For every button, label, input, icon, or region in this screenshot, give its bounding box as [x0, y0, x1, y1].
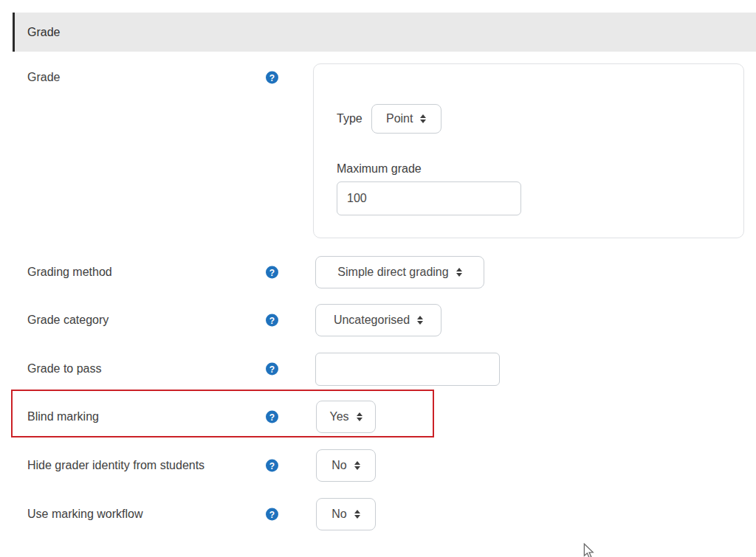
- sort-arrows-icon: [357, 412, 362, 421]
- grade-to-pass-input[interactable]: [315, 353, 500, 386]
- grade-to-pass-label: Grade to pass: [27, 362, 102, 376]
- maximum-grade-input[interactable]: [337, 181, 521, 215]
- hide-grader-identity-select[interactable]: No: [316, 449, 376, 482]
- section-title: Grade: [15, 26, 60, 39]
- sort-arrows-icon: [354, 510, 360, 519]
- form-row-grade-category: Grade category ? Uncategorised: [0, 304, 756, 336]
- use-marking-workflow-label: Use marking workflow: [27, 508, 142, 521]
- mouse-cursor-icon: [583, 543, 594, 557]
- grade-type-row: Type Point: [337, 104, 441, 134]
- grade-category-value: Uncategorised: [334, 314, 410, 327]
- blind-marking-select[interactable]: Yes: [316, 401, 376, 433]
- help-icon[interactable]: ?: [266, 508, 278, 521]
- form-row-grade-to-pass: Grade to pass ?: [0, 353, 756, 385]
- type-label: Type: [337, 112, 362, 125]
- use-marking-workflow-select[interactable]: No: [316, 498, 376, 530]
- use-marking-workflow-value: No: [331, 508, 346, 521]
- sort-arrows-icon: [417, 316, 423, 325]
- sort-arrows-icon: [456, 268, 462, 277]
- section-header-grade[interactable]: Grade: [13, 13, 756, 52]
- form-row-grading-method: Grading method ? Simple direct grading: [0, 256, 756, 288]
- form-row-hide-grader-identity: Hide grader identity from students ? No: [0, 449, 756, 482]
- hide-grader-identity-label: Hide grader identity from students: [27, 459, 205, 472]
- hide-grader-identity-value: No: [331, 459, 346, 472]
- grade-category-label: Grade category: [27, 314, 109, 327]
- grading-method-value: Simple direct grading: [337, 266, 448, 279]
- help-icon[interactable]: ?: [266, 411, 278, 423]
- blind-marking-value: Yes: [329, 410, 348, 423]
- grade-settings-screen: Grade Grade ? Type Point Maximum grade G…: [0, 0, 756, 557]
- grade-field-label: Grade: [27, 71, 60, 84]
- grade-settings-box: Type Point Maximum grade: [313, 63, 744, 238]
- form-row-use-marking-workflow: Use marking workflow ? No: [0, 498, 756, 530]
- grading-method-label: Grading method: [27, 266, 112, 279]
- help-icon[interactable]: ?: [266, 460, 278, 472]
- help-icon[interactable]: ?: [266, 266, 278, 279]
- grade-type-value: Point: [386, 112, 413, 125]
- form-row-blind-marking: Blind marking ? Yes: [0, 401, 756, 433]
- help-icon[interactable]: ?: [266, 363, 278, 376]
- blind-marking-label: Blind marking: [27, 410, 99, 423]
- help-icon[interactable]: ?: [266, 72, 278, 84]
- sort-arrows-icon: [354, 461, 360, 470]
- help-icon[interactable]: ?: [266, 314, 278, 327]
- grade-category-select[interactable]: Uncategorised: [315, 304, 441, 336]
- maximum-grade-label: Maximum grade: [337, 162, 422, 176]
- grade-type-select[interactable]: Point: [371, 104, 441, 134]
- grading-method-select[interactable]: Simple direct grading: [315, 256, 484, 288]
- sort-arrows-icon: [420, 114, 426, 123]
